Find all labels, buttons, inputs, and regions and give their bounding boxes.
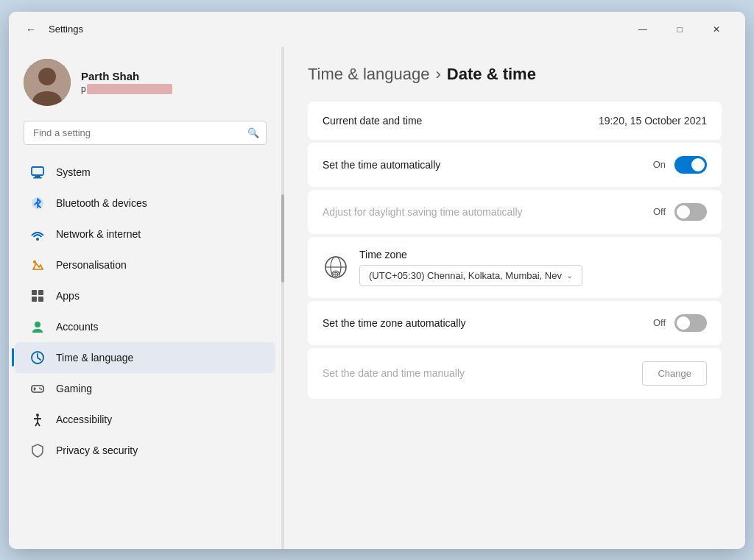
user-name: Parth Shah [81,70,172,82]
timezone-text: Time zone (UTC+05:30) Chennai, Kolkata, … [359,249,582,286]
titlebar: ← Settings — □ ✕ [9,12,745,47]
close-button[interactable]: ✕ [700,18,733,41]
sidebar-item-bluetooth[interactable]: Bluetooth & devices [15,188,275,219]
user-info: Parth Shah p••••••••@••••••.com [81,70,172,94]
daylight-toggle-thumb [677,205,690,219]
sidebar-item-system-label: System [56,166,91,178]
auto-time-toggle[interactable] [674,156,707,174]
sidebar-item-gaming[interactable]: Gaming [15,373,275,404]
settings-window: ← Settings — □ ✕ Parth Shah [9,12,745,549]
right-panel: Time & language › Date & time Current da… [284,47,745,549]
svg-point-8 [33,260,36,263]
system-icon [29,164,46,180]
daylight-row: Adjust for daylight saving time automati… [308,190,722,234]
auto-timezone-toggle-thumb [677,316,690,330]
manual-datetime-label: Set the date and time manually [323,367,465,379]
svg-rect-11 [32,297,37,302]
auto-time-row: Set the time automatically On [308,143,722,187]
auto-timezone-row: Set the time zone automatically Off [308,301,722,345]
sidebar-item-accessibility[interactable]: Accessibility [15,404,275,435]
user-profile: Parth Shah p••••••••@••••••.com [9,47,281,121]
sidebar-item-personalisation-label: Personalisation [56,259,127,271]
sidebar-item-privacy[interactable]: Privacy & security [15,435,275,466]
timezone-select[interactable]: (UTC+05:30) Chennai, Kolkata, Mumbai, Ne… [359,265,582,286]
timezone-value: (UTC+05:30) Chennai, Kolkata, Mumbai, Ne… [369,270,562,281]
main-content: Parth Shah p••••••••@••••••.com 🔍 [9,47,745,549]
search-box: 🔍 [24,121,267,145]
page-header: Time & language › Date & time [308,65,722,84]
sidebar-item-accounts-label: Accounts [56,321,99,333]
search-input[interactable] [24,121,267,145]
sidebar-scrollbar [281,47,284,549]
window-controls: — □ ✕ [626,18,733,41]
time-icon [29,350,46,366]
network-icon [29,226,46,242]
titlebar-left: ← Settings [21,19,83,40]
svg-point-18 [39,387,40,389]
svg-point-20 [36,414,39,417]
timezone-card: Time zone (UTC+05:30) Chennai, Kolkata, … [308,237,722,298]
auto-timezone-card: Set the time zone automatically Off [308,301,722,345]
sidebar-item-time[interactable]: Time & language [15,342,275,373]
manual-datetime-card: Set the date and time manually Change [308,348,722,399]
maximize-button[interactable]: □ [663,18,697,41]
personalisation-icon [29,257,46,273]
auto-time-card: Set the time automatically On [308,143,722,187]
bluetooth-icon [29,195,46,211]
accessibility-icon [29,411,46,428]
minimize-button[interactable]: — [626,18,660,41]
auto-timezone-toggle-label: Off [653,317,666,328]
current-datetime-card: Current date and time 19:20, 15 October … [308,102,722,140]
daylight-toggle[interactable] [674,203,707,221]
svg-point-1 [38,68,56,85]
breadcrumb-separator: › [436,65,441,84]
user-email: p••••••••@••••••.com [81,84,172,94]
svg-rect-4 [35,176,40,177]
sidebar-item-bluetooth-label: Bluetooth & devices [56,197,147,209]
svg-rect-10 [38,290,43,295]
sidebar-item-accounts[interactable]: Accounts [15,311,275,342]
daylight-label: Adjust for daylight saving time automati… [323,206,523,218]
breadcrumb-current: Date & time [447,65,536,84]
change-datetime-button[interactable]: Change [642,361,707,386]
search-icon: 🔍 [247,127,259,138]
daylight-toggle-wrap: Off [653,203,707,221]
breadcrumb-parent: Time & language [308,65,430,84]
breadcrumb: Time & language › Date & time [308,65,722,84]
svg-rect-5 [33,177,42,179]
sidebar-item-network-label: Network & internet [56,228,141,240]
nav-items: System Bluetooth & devices Network & int… [9,157,281,466]
apps-icon [29,288,46,304]
daylight-card: Adjust for daylight saving time automati… [308,190,722,234]
sidebar-item-personalisation[interactable]: Personalisation [15,249,275,280]
timezone-inner: Time zone (UTC+05:30) Chennai, Kolkata, … [323,249,707,286]
auto-timezone-toggle[interactable] [674,314,707,332]
current-datetime-label: Current date and time [323,115,422,127]
auto-time-toggle-label: On [653,159,666,170]
back-button[interactable]: ← [21,19,41,40]
svg-point-7 [36,238,39,241]
current-datetime-row: Current date and time 19:20, 15 October … [308,102,722,140]
sidebar-item-gaming-label: Gaming [56,383,92,394]
svg-line-24 [38,422,40,426]
svg-rect-9 [32,290,37,295]
privacy-icon [29,442,46,458]
gaming-icon [29,380,46,397]
svg-point-13 [35,322,40,327]
sidebar-item-apps-label: Apps [56,290,80,302]
sidebar-item-apps[interactable]: Apps [15,280,275,311]
sidebar-item-privacy-label: Privacy & security [56,444,138,456]
avatar [24,59,71,106]
scrollbar-thumb[interactable] [281,194,284,283]
auto-timezone-label: Set the time zone automatically [323,317,466,329]
sidebar-item-network[interactable]: Network & internet [15,219,275,249]
svg-point-19 [40,389,42,390]
daylight-toggle-label: Off [653,206,666,217]
sidebar-item-system[interactable]: System [15,157,275,188]
sidebar-item-accessibility-label: Accessibility [56,414,112,425]
current-datetime-value: 19:20, 15 October 2021 [599,115,707,127]
timezone-chevron-icon: ⌄ [566,271,573,280]
svg-rect-12 [38,297,43,302]
window-title: Settings [49,24,83,35]
auto-time-toggle-thumb [691,158,705,171]
